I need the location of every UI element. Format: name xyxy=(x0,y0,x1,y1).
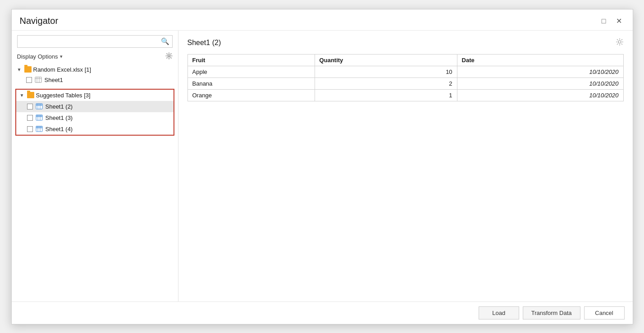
display-options-chevron: ▾ xyxy=(60,54,63,59)
display-options-toggle[interactable]: Display Options ▾ xyxy=(17,53,63,60)
close-button[interactable]: ✕ xyxy=(614,16,625,27)
load-button[interactable]: Load xyxy=(479,306,519,319)
navigator-dialog: Navigator □ ✕ 🔍 Display Options ▾ xyxy=(11,9,633,324)
cell-quantity-1: 2 xyxy=(315,78,457,89)
cell-date-1: 10/10/2020 xyxy=(457,78,623,89)
sheet1-item[interactable]: Sheet1 xyxy=(12,75,178,85)
suggested-item-1-label: Sheet1 (3) xyxy=(46,114,73,121)
sheet1-checkbox[interactable] xyxy=(26,77,32,83)
left-panel: 🔍 Display Options ▾ xyxy=(12,31,178,301)
col-quantity: Quantity xyxy=(315,54,457,66)
suggested-item-2-icon xyxy=(36,126,43,132)
svg-point-20 xyxy=(618,41,621,43)
svg-rect-16 xyxy=(36,126,42,128)
cell-fruit-0: Apple xyxy=(187,66,315,78)
svg-rect-11 xyxy=(36,115,42,117)
dialog-footer: Load Transform Data Cancel xyxy=(12,301,633,324)
cell-quantity-2: 1 xyxy=(315,89,457,101)
cancel-button[interactable]: Cancel xyxy=(584,306,625,319)
file-folder-icon xyxy=(24,66,32,73)
tree-area: ▼ Random Excel.xlsx [1] xyxy=(12,64,178,301)
preview-title: Sheet1 (2) xyxy=(187,39,221,47)
window-controls: □ ✕ xyxy=(598,16,625,27)
settings-button[interactable] xyxy=(165,52,173,61)
dialog-title: Navigator xyxy=(20,16,59,26)
suggested-tables-section: ▼ Suggested Tables [3] xyxy=(15,89,174,136)
file-group-chevron: ▼ xyxy=(17,67,23,72)
table-row: Banana 2 10/10/2020 xyxy=(187,78,623,89)
preview-header: Sheet1 (2) xyxy=(187,38,624,48)
display-options-row: Display Options ▾ xyxy=(12,51,178,64)
search-bar: 🔍 xyxy=(17,35,173,48)
suggested-item-2[interactable]: Sheet1 (4) xyxy=(16,123,174,135)
suggested-item-2-label: Sheet1 (4) xyxy=(46,126,73,132)
preview-settings-icon xyxy=(616,38,624,46)
suggested-group-label: Suggested Tables [3] xyxy=(36,92,91,99)
title-bar: Navigator □ ✕ xyxy=(12,9,633,30)
preview-table: Fruit Quantity Date Apple 10 10/10/2020 … xyxy=(187,54,624,101)
suggested-group-row[interactable]: ▼ Suggested Tables [3] xyxy=(16,90,174,101)
transform-data-button[interactable]: Transform Data xyxy=(523,306,580,319)
file-group-row[interactable]: ▼ Random Excel.xlsx [1] xyxy=(12,64,178,75)
cell-fruit-1: Banana xyxy=(187,78,315,89)
suggested-folder-icon xyxy=(27,92,34,98)
preview-settings-button[interactable] xyxy=(616,38,624,48)
suggested-chevron: ▼ xyxy=(20,93,25,98)
suggested-item-0[interactable]: Sheet1 (2) xyxy=(16,101,174,112)
col-date: Date xyxy=(457,54,623,66)
svg-rect-6 xyxy=(36,104,42,105)
table-row: Orange 1 10/10/2020 xyxy=(187,89,623,101)
cell-fruit-2: Orange xyxy=(187,89,315,101)
search-button[interactable]: 🔍 xyxy=(161,37,169,46)
sheet1-icon xyxy=(35,77,42,83)
dialog-body: 🔍 Display Options ▾ xyxy=(12,30,633,301)
cell-date-0: 10/10/2020 xyxy=(457,66,623,78)
search-input[interactable] xyxy=(20,38,161,45)
cell-quantity-0: 10 xyxy=(315,66,457,78)
table-row: Apple 10 10/10/2020 xyxy=(187,66,623,78)
suggested-item-1[interactable]: Sheet1 (3) xyxy=(16,112,174,123)
sheet1-label: Sheet1 xyxy=(45,77,63,83)
file-group-section: ▼ Random Excel.xlsx [1] xyxy=(12,64,178,85)
suggested-item-1-checkbox[interactable] xyxy=(27,115,33,121)
col-fruit: Fruit xyxy=(187,54,315,66)
suggested-item-0-checkbox[interactable] xyxy=(27,104,33,109)
svg-point-0 xyxy=(168,55,170,57)
svg-rect-1 xyxy=(35,77,41,82)
settings-icon xyxy=(165,52,173,59)
right-panel: Sheet1 (2) Fruit Quantity Date xyxy=(178,31,633,301)
suggested-item-2-checkbox[interactable] xyxy=(27,126,33,132)
search-icon: 🔍 xyxy=(161,37,169,46)
table-header-row: Fruit Quantity Date xyxy=(187,54,623,66)
display-options-label-text: Display Options xyxy=(17,53,58,60)
maximize-button[interactable]: □ xyxy=(598,16,609,27)
suggested-item-0-icon xyxy=(36,103,43,109)
cell-date-2: 10/10/2020 xyxy=(457,89,623,101)
suggested-item-1-icon xyxy=(36,114,43,121)
suggested-item-0-label: Sheet1 (2) xyxy=(46,103,73,110)
file-group-label: Random Excel.xlsx [1] xyxy=(33,66,91,73)
